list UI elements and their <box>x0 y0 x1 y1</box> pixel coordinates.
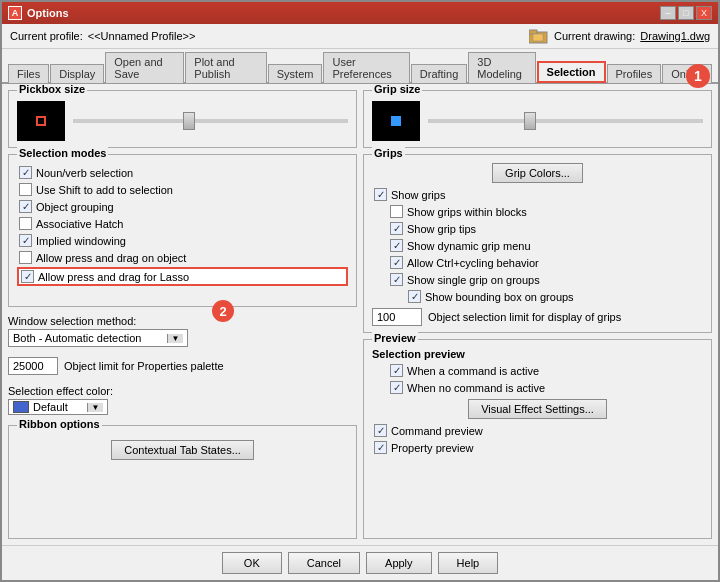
maximize-button[interactable]: □ <box>678 6 694 20</box>
selection-effect-label: Selection effect color: <box>8 385 357 397</box>
ribbon-group: Ribbon options Contextual Tab States... <box>8 425 357 539</box>
command-preview-checkbox[interactable] <box>374 424 387 437</box>
assoc-hatch-label: Associative Hatch <box>36 218 123 230</box>
show-bounding-box-row: Show bounding box on groups <box>372 289 703 304</box>
visual-effects-button[interactable]: Visual Effect Settings... <box>468 399 607 419</box>
show-grips-blocks-row: Show grips within blocks <box>372 204 703 219</box>
show-grips-blocks-label: Show grips within blocks <box>407 206 527 218</box>
show-grip-tips-checkbox[interactable] <box>390 222 403 235</box>
options-window: A Options – □ X Current profile: <<Unnam… <box>0 0 720 582</box>
show-single-grip-checkbox[interactable] <box>390 273 403 286</box>
window-title: Options <box>27 7 69 19</box>
window-method-value: Both - Automatic detection <box>13 332 167 344</box>
footer-bar: OK Cancel Apply Help <box>2 545 718 580</box>
show-dynamic-grip-label: Show dynamic grip menu <box>407 240 531 252</box>
pickbox-label: Pickbox size <box>17 84 87 95</box>
obj-selection-label: Object selection limit for display of gr… <box>428 311 621 323</box>
tab-files[interactable]: Files <box>8 64 49 83</box>
tab-open-save[interactable]: Open and Save <box>105 52 184 83</box>
noun-verb-checkbox[interactable] <box>19 166 32 179</box>
selection-modes-label: Selection modes <box>17 147 108 159</box>
color-box <box>13 401 29 413</box>
minimize-button[interactable]: – <box>660 6 676 20</box>
grip-slider[interactable] <box>428 119 703 123</box>
current-drawing-label: Current drawing: <box>554 30 635 42</box>
obj-selection-limit-input[interactable] <box>372 308 422 326</box>
dropdown-arrow-icon: ▼ <box>167 334 183 343</box>
grip-colors-area: Grip Colors... <box>372 163 703 183</box>
apply-button[interactable]: Apply <box>366 552 432 574</box>
tab-display[interactable]: Display <box>50 64 104 83</box>
tabs-bar: Files Display Open and Save Plot and Pub… <box>2 49 718 84</box>
object-limit-row: Object limit for Properties palette <box>8 357 357 375</box>
tab-selection[interactable]: Selection <box>537 61 606 83</box>
grips-label: Grips <box>372 147 405 159</box>
color-dropdown-arrow-icon: ▼ <box>87 403 103 412</box>
property-preview-row: Property preview <box>372 440 703 455</box>
allow-press-drag-row: Allow press and drag on object <box>17 250 348 265</box>
allow-press-drag-checkbox[interactable] <box>19 251 32 264</box>
grip-slider-thumb[interactable] <box>524 112 536 130</box>
show-single-grip-label: Show single grip on groups <box>407 274 540 286</box>
shift-add-label: Use Shift to add to selection <box>36 184 173 196</box>
allow-lasso-checkbox[interactable] <box>21 270 34 283</box>
object-limit-input[interactable] <box>8 357 58 375</box>
show-grips-checkbox[interactable] <box>374 188 387 201</box>
pickbox-group: Pickbox size <box>8 90 357 148</box>
help-button[interactable]: Help <box>438 552 499 574</box>
when-no-cmd-checkbox[interactable] <box>390 381 403 394</box>
property-preview-checkbox[interactable] <box>374 441 387 454</box>
object-grouping-checkbox[interactable] <box>19 200 32 213</box>
tab-user-prefs[interactable]: User Preferences <box>323 52 409 83</box>
shift-add-row: Use Shift to add to selection <box>17 182 348 197</box>
tab-plot[interactable]: Plot and Publish <box>185 52 266 83</box>
current-profile-label: Current profile: <box>10 30 83 42</box>
grip-square <box>391 116 401 126</box>
implied-windowing-checkbox[interactable] <box>19 234 32 247</box>
allow-ctrl-label: Allow Ctrl+cycling behavior <box>407 257 539 269</box>
show-grips-blocks-checkbox[interactable] <box>390 205 403 218</box>
pickbox-slider[interactable] <box>73 119 348 123</box>
pickbox-slider-thumb[interactable] <box>183 112 195 130</box>
show-bounding-box-checkbox[interactable] <box>408 290 421 303</box>
close-button[interactable]: X <box>696 6 712 20</box>
when-no-cmd-label: When no command is active <box>407 382 545 394</box>
show-grip-tips-label: Show grip tips <box>407 223 476 235</box>
show-dynamic-grip-row: Show dynamic grip menu <box>372 238 703 253</box>
grip-preview <box>372 101 420 141</box>
tab-profiles[interactable]: Profiles <box>607 64 662 83</box>
when-active-row: When a command is active <box>372 363 703 378</box>
show-grips-row: Show grips <box>372 187 703 202</box>
window-method-dropdown[interactable]: Both - Automatic detection ▼ <box>8 329 188 347</box>
tab-system[interactable]: System <box>268 64 323 83</box>
title-bar: A Options – □ X <box>2 2 718 24</box>
ribbon-buttons: Contextual Tab States... <box>17 440 348 460</box>
tab-drafting[interactable]: Drafting <box>411 64 468 83</box>
svg-rect-1 <box>529 30 537 34</box>
allow-lasso-label: Allow press and drag for Lasso <box>38 271 189 283</box>
pickbox-slider-track[interactable] <box>73 119 348 123</box>
cancel-button[interactable]: Cancel <box>288 552 360 574</box>
grips-group: Grips Grip Colors... Show grips Show gri… <box>363 154 712 333</box>
object-grouping-row: Object grouping <box>17 199 348 214</box>
title-bar-left: A Options <box>8 6 69 20</box>
grip-colors-button[interactable]: Grip Colors... <box>492 163 583 183</box>
contextual-tab-button[interactable]: Contextual Tab States... <box>111 440 254 460</box>
when-no-cmd-row: When no command is active <box>372 380 703 395</box>
shift-add-checkbox[interactable] <box>19 183 32 196</box>
badge-2: 2 <box>212 300 234 322</box>
selection-color-dropdown[interactable]: Default ▼ <box>8 399 108 415</box>
assoc-hatch-checkbox[interactable] <box>19 217 32 230</box>
ok-button[interactable]: OK <box>222 552 282 574</box>
when-active-checkbox[interactable] <box>390 364 403 377</box>
svg-rect-2 <box>533 34 543 41</box>
show-single-grip-row: Show single grip on groups <box>372 272 703 287</box>
allow-ctrl-checkbox[interactable] <box>390 256 403 269</box>
selection-modes-group: Selection modes Noun/verb selection Use … <box>8 154 357 307</box>
tab-3d-modeling[interactable]: 3D Modeling <box>468 52 535 83</box>
drawing-name: Drawing1.dwg <box>640 30 710 42</box>
grip-slider-track[interactable] <box>428 119 703 123</box>
app-icon: A <box>8 6 22 20</box>
show-dynamic-grip-checkbox[interactable] <box>390 239 403 252</box>
command-preview-label: Command preview <box>391 425 483 437</box>
